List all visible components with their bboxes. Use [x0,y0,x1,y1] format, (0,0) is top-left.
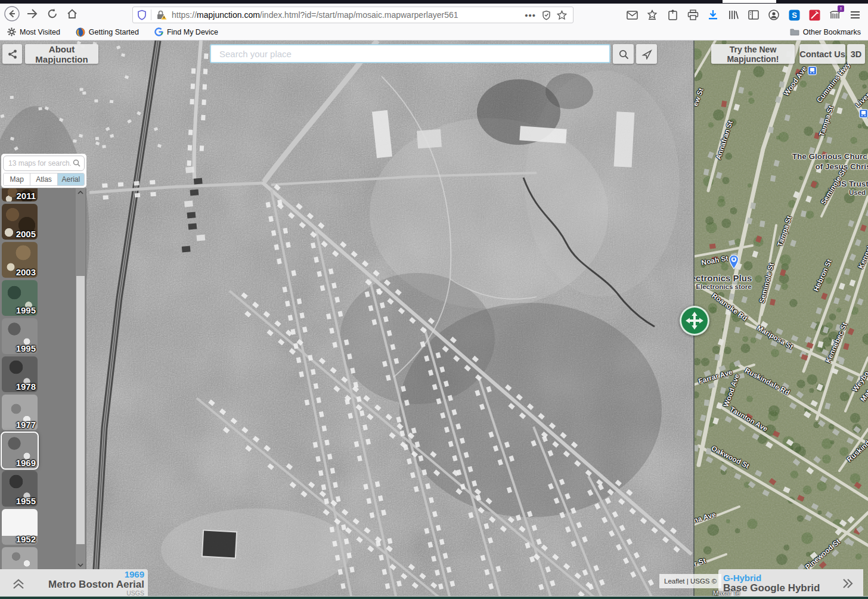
map-building [118,182,123,187]
about-mapjunction-button[interactable]: About Mapjunction [25,44,98,64]
protection-report-icon[interactable] [542,10,551,20]
map-building [200,145,204,151]
skype-icon[interactable]: S [788,9,800,21]
map-building [204,54,208,59]
tracking-protection-shield-icon[interactable] [133,7,151,23]
layer-thumbnail-2005[interactable]: 2005 [2,204,38,240]
scroll-up-arrow-icon[interactable] [76,188,85,197]
window-bottom-edge [0,596,868,599]
contact-label: Contact Us [799,49,845,59]
bookmark-getting-started[interactable]: Getting Started [76,27,139,37]
tab-map[interactable]: Map [4,173,30,185]
contact-us-button[interactable]: Contact Us [799,44,845,64]
other-bookmarks-button[interactable]: Other Bookmarks [790,28,861,36]
thumbnail-scrollbar[interactable] [76,188,85,569]
map-building [94,100,98,103]
map-building [190,189,199,195]
firefox-icon [76,27,85,37]
layer-thumbnail-1955[interactable]: 1955 [2,471,38,507]
layer-thumbnail-1952[interactable]: 1952 [2,509,38,545]
expand-right-icon[interactable] [841,576,855,591]
tab-atlas[interactable]: Atlas [30,173,57,185]
map-building [203,84,207,89]
layer-thumbnail-2011[interactable]: 2011 [2,188,38,201]
map-building [201,115,205,120]
layer-thumbnail-1995[interactable]: 1995 [2,318,38,354]
bookmark-label: Most Visited [20,28,60,36]
map-building [203,69,207,74]
map-building [760,221,765,227]
layer-search-icon[interactable] [73,159,80,167]
url-bar[interactable]: https://mapjunction.com/index.html?id=/s… [132,7,574,23]
thumbnail-year-label: 1952 [16,534,36,544]
map-building [95,137,99,140]
scrollbar-thumb[interactable] [76,276,85,544]
layer-thumbnail-1969[interactable]: 1969 [2,433,38,468]
print-icon[interactable] [687,9,699,21]
tab-aerial[interactable]: Aerial [58,173,84,185]
svg-text:S: S [792,11,797,20]
place-search-input[interactable] [210,44,610,63]
layer-thumbnail-1977[interactable]: 1977 [2,395,38,430]
modern-hybrid-map[interactable]: ew StWood AveCummins HwyLiverTampa StAnn… [695,41,868,599]
clipboard-icon[interactable] [666,9,678,21]
screenshot-tool-icon[interactable] [808,9,820,21]
map-building [709,244,716,249]
right-layer-panel: G-Hybrid Base Google Hybrid [718,569,863,597]
refresh-button[interactable] [44,5,61,22]
historic-aerial-map[interactable] [0,41,695,599]
locate-arrow-icon [641,49,652,60]
map-content: ew StWood AveCummins HwyLiverTampa StAnn… [0,41,868,599]
scroll-down-arrow-icon[interactable] [76,561,85,569]
library-icon[interactable] [727,9,739,21]
forward-button[interactable] [24,5,41,22]
search-button[interactable] [613,44,634,64]
map-building [10,96,14,99]
try-new-label: Try the New Mapjunction! [716,45,790,64]
lock-warning-icon[interactable] [151,7,172,23]
3d-button[interactable]: 3D [847,44,865,64]
account-icon[interactable] [768,9,780,21]
layer-thumbnail-panel: 2011200520031995199519781977196919551952 [0,188,86,569]
home-button[interactable] [64,5,80,22]
collapse-up-icon[interactable] [11,577,26,590]
bookmark-find-my-device[interactable]: Find My Device [154,27,218,36]
try-new-mapjunction-button[interactable]: Try the New Mapjunction! [711,44,795,64]
share-button[interactable] [2,44,22,64]
map-building [779,81,785,88]
bookmark-star-badge-icon[interactable] [646,9,658,21]
layer-thumbnail-1978[interactable]: 1978 [2,356,38,392]
layer-thumbnail-2003[interactable]: 2003 [2,242,38,278]
download-icon[interactable] [707,9,719,21]
move-arrows-icon [681,308,708,334]
page-actions-icon[interactable]: ••• [525,10,536,20]
extension-icon[interactable]: ! [829,9,841,21]
map-building [768,126,774,133]
mail-icon[interactable] [626,9,638,21]
left-layer-panel: 1969 Metro Boston Aerial USGS [0,569,148,597]
map-building [80,88,83,91]
locate-button[interactable] [636,44,657,64]
map-building [188,145,192,150]
browser-navbar: https://mapjunction.com/index.html?id=/s… [0,4,868,24]
url-text: https://mapjunction.com/index.html?id=/s… [172,10,525,20]
map-building [102,145,106,148]
menu-icon[interactable] [848,8,862,21]
google-icon [154,27,163,36]
thumbnail-year-label: 1977 [16,420,36,430]
sidebar-toggle-icon[interactable] [748,9,760,21]
split-drag-handle[interactable] [680,306,709,336]
thumbnail-year-label: 2011 [16,191,36,201]
map-building [704,399,709,406]
back-button[interactable] [4,5,20,22]
left-layer-name: Metro Boston Aerial [48,579,144,589]
layer-thumbnail-1995[interactable]: 1995 [2,280,38,316]
map-building [150,180,155,185]
bookmark-most-visited[interactable]: Most Visited [7,27,60,36]
layer-thumbnail-partial[interactable] [2,547,38,569]
map-building [82,91,86,94]
other-bookmarks-label: Other Bookmarks [803,28,861,36]
folder-icon [790,28,799,36]
thumbnail-year-label: 1978 [16,381,36,392]
bookmark-star-icon[interactable] [557,10,567,20]
